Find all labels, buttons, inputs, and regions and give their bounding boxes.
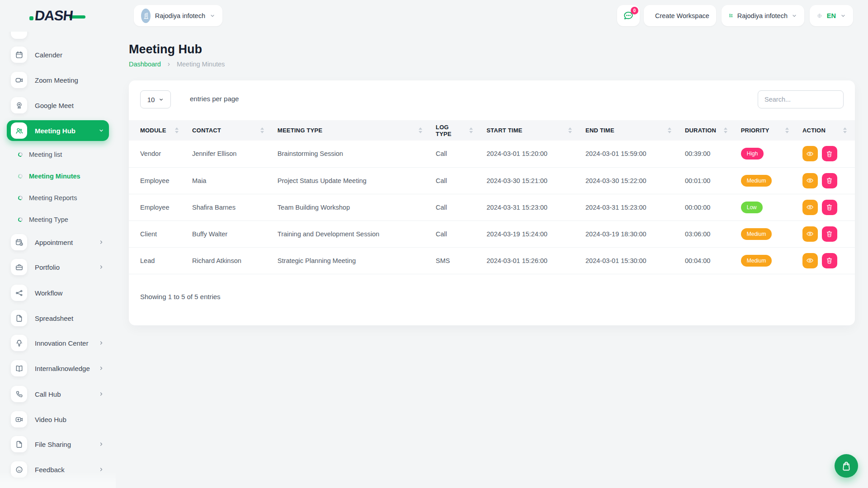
sidebar-item-spreadsheet[interactable]: Spreadsheet	[0, 310, 116, 326]
cell-priority: Medium	[736, 221, 797, 247]
cell-action	[797, 167, 855, 194]
breadcrumb-dashboard-link[interactable]: Dashboard	[129, 61, 161, 68]
file-icon	[11, 310, 27, 326]
search-input[interactable]	[758, 90, 844, 108]
delete-button[interactable]	[822, 173, 837, 188]
sidebar-item-label: Google Meet	[35, 102, 74, 109]
video-plus-icon	[11, 411, 27, 427]
cell-meeting-type: Strategic Planning Meeting	[272, 247, 430, 274]
sort-icon[interactable]	[781, 127, 789, 133]
cell-contact: Shafira Barnes	[187, 194, 272, 221]
sidebar-item-google-meet[interactable]: Google Meet	[0, 97, 116, 113]
messages-button[interactable]: 0	[617, 5, 640, 26]
sidebar-item-file-sharing[interactable]: File Sharing	[0, 436, 116, 452]
page-size-select[interactable]: 10	[140, 90, 171, 108]
chevron-down-icon	[159, 97, 164, 102]
sidebar-subitem-meeting-reports[interactable]: Meeting Reports	[0, 192, 116, 203]
sidebar-item-calender[interactable]: Calender	[0, 47, 116, 63]
cell-end-time: 2024-03-31 15:23:00	[580, 194, 679, 221]
sidebar-item-portfolio[interactable]: Portfolio	[0, 259, 116, 275]
cell-duration: 00:01:00	[679, 167, 736, 194]
sidebar-item-label: Video Hub	[35, 416, 66, 423]
cell-start-time: 2024-03-01 15:20:00	[481, 141, 580, 167]
book-icon	[11, 360, 27, 376]
cell-meeting-type: Brainstorming Session	[272, 141, 430, 167]
sort-icon[interactable]	[564, 127, 572, 133]
chevron-down-icon	[792, 13, 797, 19]
sidebar-subitem-meeting-type[interactable]: Meeting Type	[0, 214, 116, 225]
sidebar-item-call-hub[interactable]: Call Hub	[0, 386, 116, 402]
cell-start-time: 2024-03-31 15:23:00	[481, 194, 580, 221]
cell-log-type: Call	[430, 194, 481, 221]
sidebar-item-label: File Sharing	[35, 441, 71, 448]
table-header-row: MODULE CONTACT MEETING TYPE LOG TYPE STA…	[129, 120, 855, 141]
sidebar-item-label: Workflow	[35, 289, 62, 297]
workspace-name: Rajodiya infotech	[155, 12, 205, 19]
entries-summary: Showing 1 to 5 of 5 entries	[140, 293, 221, 300]
sidebar-item-feedback[interactable]: Feedback	[0, 461, 116, 478]
sidebar-item-workflow[interactable]: Workflow	[0, 285, 116, 301]
cell-module: Client	[129, 221, 187, 247]
sidebar-item-innovation-center[interactable]: Innovation Center	[0, 335, 116, 351]
sidebar-item-internalknowledge[interactable]: Internalknowledge	[0, 360, 116, 376]
subitem-label: Meeting Type	[29, 216, 68, 223]
sort-icon[interactable]	[719, 127, 727, 133]
sidebar-subitem-meeting-minutes[interactable]: Meeting Minutes	[0, 171, 116, 182]
table-row: Employee Maia Project Status Update Meet…	[129, 167, 855, 194]
sidebar-item-label: Call Hub	[35, 390, 61, 398]
sidebar-item-meeting-hub[interactable]: Meeting Hub	[7, 120, 109, 141]
priority-badge: High	[741, 148, 764, 160]
table-controls: 10 entries per page	[140, 90, 844, 108]
cell-module: Lead	[129, 247, 187, 274]
column-header[interactable]: END TIME	[580, 120, 679, 141]
sort-icon[interactable]	[170, 127, 179, 133]
delete-button[interactable]	[822, 200, 837, 215]
company-selector[interactable]: Rajodiya infotech	[722, 5, 804, 26]
column-header[interactable]: DURATION	[679, 120, 736, 141]
sidebar-item-zoom-meeting[interactable]: Zoom Meeting	[0, 72, 116, 88]
language-selector[interactable]: EN	[810, 5, 853, 26]
column-header[interactable]: PRIORITY	[736, 120, 797, 141]
sort-icon[interactable]	[663, 127, 671, 133]
feedback-icon	[11, 461, 27, 478]
sort-icon[interactable]	[414, 127, 422, 133]
view-button[interactable]	[802, 173, 818, 188]
trash-icon	[826, 203, 833, 211]
view-button[interactable]	[802, 253, 818, 268]
store-fab-button[interactable]	[835, 454, 858, 478]
column-header[interactable]: MEETING TYPE	[272, 120, 430, 141]
chevron-right-icon	[99, 264, 104, 270]
eye-icon	[806, 150, 814, 158]
create-workspace-button[interactable]: Create Workspace	[644, 5, 716, 26]
sort-icon[interactable]	[256, 127, 264, 133]
sort-icon[interactable]	[465, 127, 473, 133]
view-button[interactable]	[802, 226, 818, 242]
column-header[interactable]: LOG TYPE	[430, 120, 481, 141]
sidebar-subitem-meeting-list[interactable]: Meeting list	[0, 149, 116, 160]
cell-module: Vendor	[129, 141, 187, 167]
delete-button[interactable]	[822, 146, 837, 161]
delete-button[interactable]	[822, 226, 837, 242]
cell-log-type: Call	[430, 167, 481, 194]
column-header[interactable]: CONTACT	[187, 120, 272, 141]
table-row: Lead Richard Atkinson Strategic Planning…	[129, 247, 855, 274]
webcam-icon	[11, 97, 27, 113]
eye-icon	[806, 177, 814, 184]
chevron-right-icon	[166, 62, 171, 67]
column-header[interactable]: MODULE	[129, 120, 187, 141]
calendar-icon	[11, 47, 27, 63]
sort-icon[interactable]	[839, 127, 847, 133]
sidebar-item-video-hub[interactable]: Video Hub	[0, 411, 116, 427]
brand-logo[interactable]: DASH	[29, 8, 85, 24]
delete-button[interactable]	[822, 253, 837, 268]
sidebar-item-appointment[interactable]: Appointment	[0, 234, 116, 250]
sidebar-item-label: Internalknowledge	[35, 365, 90, 372]
column-header[interactable]: START TIME	[481, 120, 580, 141]
column-header[interactable]: ACTION	[797, 120, 855, 141]
phone-icon	[11, 386, 27, 402]
view-button[interactable]	[802, 200, 818, 215]
workspace-selector[interactable]: Rajodiya infotech	[134, 5, 222, 26]
subitem-label: Meeting list	[29, 151, 62, 158]
view-button[interactable]	[802, 146, 818, 161]
cell-action	[797, 141, 855, 167]
